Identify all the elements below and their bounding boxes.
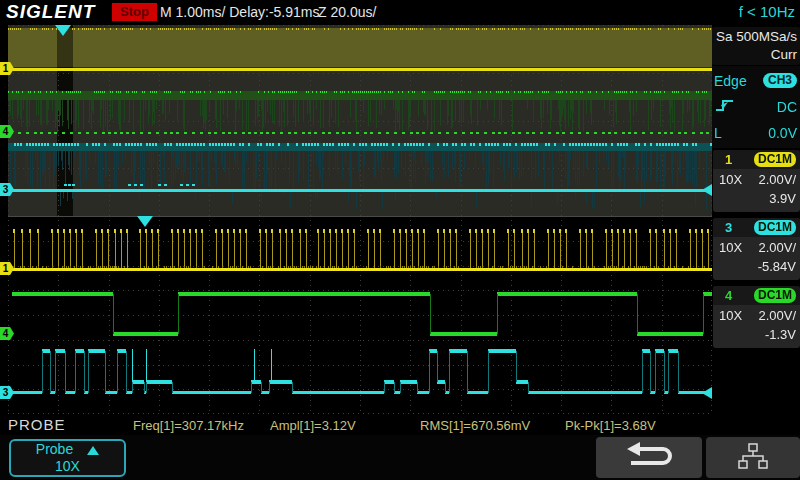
measurement-rms: RMS[1]=670.56mV: [420, 418, 530, 433]
top-status-bar: SIGLENT Stop M 1.00ms/ Delay:-5.91ms Z 2…: [0, 0, 800, 24]
channel1-number: 1: [717, 152, 732, 167]
soft-menu-bar: Probe 10X: [0, 435, 800, 480]
return-arrow-icon: [623, 440, 675, 476]
sample-rate: Sa 500MSa/s: [712, 28, 797, 46]
probe-value: 10X: [11, 458, 124, 475]
channel4-number: 4: [717, 288, 732, 303]
channel3-offset: -5.84V: [713, 257, 800, 276]
channel3-info-box[interactable]: 3 DC1M 10X 2.00V/ -5.84V: [713, 218, 800, 280]
zoom-timebase-readout: Z 20.0us/: [318, 4, 376, 20]
measurement-pkpk: Pk-Pk[1]=3.68V: [565, 418, 656, 433]
menu-title: PROBE: [8, 416, 66, 433]
channel3-number: 3: [717, 220, 732, 235]
probe-menu-button[interactable]: Probe 10X: [9, 439, 126, 477]
trigger-delay-marker[interactable]: [55, 25, 71, 36]
waveform-canvas: [8, 25, 712, 414]
channel1-info-box[interactable]: 1 DC1M 10X 2.00V/ 3.9V: [713, 150, 800, 212]
zoom-trigger-position-marker[interactable]: [137, 216, 153, 227]
channel1-offset: 3.9V: [713, 189, 800, 208]
oscilloscope-screen: SIGLENT Stop M 1.00ms/ Delay:-5.91ms Z 2…: [0, 0, 800, 480]
trigger-level-label: L: [714, 125, 722, 141]
trigger-level-marker-overview[interactable]: [702, 184, 712, 196]
channel1-scale: 2.00V/: [758, 170, 796, 189]
channel4-offset: -1.3V: [713, 325, 800, 344]
trigger-level-value: 0.0V: [768, 125, 797, 141]
rising-edge-icon: [714, 97, 736, 116]
channel4-scale: 2.00V/: [758, 306, 796, 325]
measurement-bar: PROBE Freq[1]=307.17kHz Ampl[1]=3.12V RM…: [0, 414, 800, 435]
channel1-probe: 10X: [719, 170, 742, 189]
up-arrow-icon: [87, 446, 99, 455]
run-state-badge[interactable]: Stop: [112, 3, 157, 21]
trigger-panel: Edge CH3 DC L 0.0V: [712, 66, 800, 148]
channel3-probe: 10X: [719, 238, 742, 257]
lan-status-button[interactable]: [706, 437, 800, 478]
measurement-freq: Freq[1]=307.17kHz: [133, 418, 244, 433]
brand-logo: SIGLENT: [6, 1, 95, 23]
channel4-coupling-badge: DC1M: [754, 288, 796, 303]
main-timebase-readout: M 1.00ms/ Delay:-5.91ms: [160, 4, 320, 20]
network-tree-icon: [738, 443, 768, 473]
trigger-source-badge[interactable]: CH3: [763, 73, 797, 88]
probe-label: Probe: [36, 441, 73, 457]
acquisition-panel: Sa 500MSa/s Curr 7.00Mpts: [712, 27, 800, 65]
trigger-coupling: DC: [777, 99, 797, 115]
measurement-ampl: Ampl[1]=3.12V: [270, 418, 356, 433]
channel1-coupling-badge: DC1M: [754, 152, 796, 167]
channel3-coupling-badge: DC1M: [754, 220, 796, 235]
channel4-probe: 10X: [719, 306, 742, 325]
channel3-scale: 2.00V/: [758, 238, 796, 257]
trigger-type-label: Edge: [714, 73, 747, 89]
trigger-level-marker-zoom[interactable]: [702, 387, 712, 399]
back-button[interactable]: [596, 437, 702, 478]
channel4-info-box[interactable]: 4 DC1M 10X 2.00V/ -1.3V: [713, 286, 800, 348]
frequency-counter: f < 10Hz: [739, 3, 795, 20]
